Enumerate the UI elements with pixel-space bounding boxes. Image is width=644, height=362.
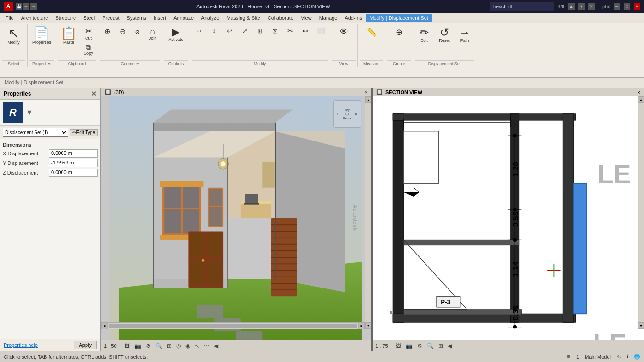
properties-close-btn[interactable]: ✕ — [91, 90, 97, 97]
svg-marker-48 — [154, 123, 276, 131]
status-icon-settings[interactable]: ⚙ — [566, 354, 571, 360]
section-toolbar-icon-2[interactable]: 📷 — [405, 342, 414, 350]
hscroll-right[interactable]: ► — [358, 323, 365, 329]
hscroll-thumb[interactable] — [109, 324, 357, 328]
status-icon-info: ℹ — [627, 354, 628, 360]
section-toolbar-icon-5[interactable]: ⊞ — [437, 342, 444, 350]
svg-rect-59 — [404, 310, 522, 315]
join-btn[interactable]: ∩ Join — [145, 26, 160, 42]
view-section-vscrollbar[interactable]: ▲ ▼ — [638, 96, 644, 329]
view-3d-hscrollbar[interactable]: ◄ ► — [101, 322, 365, 329]
menu-architecture[interactable]: Architecture — [17, 14, 52, 22]
window-close[interactable]: ✕ — [634, 3, 640, 10]
mod-btn-8[interactable]: ⊷ — [298, 26, 313, 36]
mod-btn-7[interactable]: ✂ — [283, 26, 298, 36]
toolbar-icon-10[interactable]: ◀ — [213, 342, 219, 350]
ribbon-group-geometry: ⊕ ⊖ ⌀ ∩ Join Geometry — [98, 24, 162, 67]
menu-annotate[interactable]: Annotate — [170, 14, 197, 22]
svg-rect-60 — [404, 240, 519, 245]
vscroll-down[interactable]: ▼ — [365, 322, 372, 329]
status-model-label: Main Model — [585, 354, 611, 360]
window-maximize[interactable]: □ — [624, 3, 630, 10]
displacement-set-select[interactable]: Displacement Set (1) — [3, 128, 68, 137]
menu-file[interactable]: File — [2, 14, 17, 22]
window-minimize[interactable]: ─ — [614, 3, 620, 10]
svg-text:P-3: P-3 — [441, 299, 450, 305]
search-nav-prev[interactable]: ▲ — [568, 3, 575, 10]
view-3d-close[interactable]: × — [365, 90, 368, 95]
geom-btn-1[interactable]: ⊕ — [100, 26, 115, 37]
section-toolbar-icon-4[interactable]: 🔍 — [426, 342, 435, 350]
edit-type-btn[interactable]: ✏Edit Type — [70, 129, 98, 136]
section-toolbar-icon-6[interactable]: ◀ — [447, 342, 453, 350]
section-vscroll-down[interactable]: ▼ — [638, 322, 644, 329]
measure-btn[interactable]: 📏 — [364, 26, 379, 39]
svg-text:0.31: 0.31 — [512, 305, 520, 320]
mod-btn-4[interactable]: ⤢ — [237, 26, 252, 36]
toolbar-icon-5[interactable]: ⊞ — [166, 342, 172, 350]
toolbar-icon-7[interactable]: ◉ — [184, 342, 191, 350]
cut-btn[interactable]: ✂ Cut — [81, 26, 96, 42]
hscroll-left[interactable]: ◄ — [101, 323, 108, 329]
activate-btn[interactable]: ▶ Activate — [166, 26, 186, 43]
reset-displacement-btn[interactable]: ↺ Reset — [435, 26, 454, 44]
mod-btn-3[interactable]: ↩ — [222, 26, 237, 36]
view-btn[interactable]: 👁 — [337, 26, 351, 38]
menu-massing[interactable]: Massing & Site — [223, 14, 264, 22]
menu-systems[interactable]: Systems — [123, 14, 150, 22]
search-nav-next[interactable]: ▼ — [578, 3, 585, 10]
toolbar-icon-6[interactable]: ◎ — [175, 342, 182, 350]
menu-collaborate[interactable]: Collaborate — [264, 14, 297, 22]
menu-addins[interactable]: Add-Ins — [341, 14, 366, 22]
search-close[interactable]: ✕ — [588, 3, 595, 10]
view-3d-content[interactable]: Top L⬡R Front Autodesk ▲ ▼ ◄ — [101, 96, 371, 340]
menu-analyze[interactable]: Analyze — [197, 14, 223, 22]
properties-help-link[interactable]: Properties help — [4, 342, 38, 348]
mod-btn-1[interactable]: ↔ — [192, 26, 207, 36]
mod-btn-2[interactable]: ↕ — [207, 26, 222, 36]
menu-structure[interactable]: Structure — [52, 14, 80, 22]
menu-precast[interactable]: Precast — [98, 14, 123, 22]
properties-icon: 📄 — [34, 27, 50, 40]
quick-access-btn[interactable]: 💾 — [16, 3, 22, 10]
toolbar-icon-3[interactable]: ⚙ — [145, 342, 152, 350]
modify-btn[interactable]: ↖ Modify — [5, 26, 23, 46]
view-section-content[interactable]: 0.58 1.20 1.14 0.31 — [373, 96, 644, 340]
toolbar-icon-1[interactable]: 🖼 — [123, 342, 131, 350]
copy-btn[interactable]: ⧉ Copy — [81, 43, 96, 57]
menu-insert[interactable]: Insert — [150, 14, 170, 22]
mod-btn-9[interactable]: ⬜ — [313, 26, 328, 36]
paste-btn[interactable]: 📋 Paste — [58, 26, 80, 46]
edit-displacement-btn[interactable]: ✏ Edit — [415, 26, 433, 44]
toolbar-icon-4[interactable]: 🔍 — [155, 342, 163, 350]
toolbar-icon-2[interactable]: 📷 — [133, 342, 142, 350]
mod-btn-5[interactable]: ⊞ — [253, 26, 267, 36]
menu-steel[interactable]: Steel — [80, 14, 98, 22]
geom-btn-3[interactable]: ⌀ — [130, 26, 145, 37]
path-displacement-btn[interactable]: → Path — [455, 26, 474, 44]
menu-manage[interactable]: Manage — [316, 14, 341, 22]
view-3d-vscrollbar[interactable]: ▲ ▼ — [365, 96, 371, 329]
mod-btn-6[interactable]: ⧖ — [268, 26, 282, 36]
revit-logo-dropdown[interactable]: ▼ — [26, 108, 33, 117]
search-input[interactable] — [490, 2, 554, 11]
view-section: 🔲 SECTION VIEW × — [373, 88, 644, 351]
vscroll-up[interactable]: ▲ — [365, 96, 372, 103]
properties-btn[interactable]: 📄 Properties — [29, 26, 54, 46]
apply-btn[interactable]: Apply — [74, 341, 97, 349]
section-vscroll-up[interactable]: ▲ — [638, 96, 644, 103]
menu-view[interactable]: View — [297, 14, 316, 22]
svg-rect-46 — [262, 162, 275, 188]
undo-btn[interactable]: ↩ — [23, 3, 29, 10]
section-toolbar-icon-1[interactable]: 🖼 — [395, 342, 402, 350]
redo-btn[interactable]: ↪ — [30, 3, 37, 10]
toolbar-icon-9[interactable]: ⋯ — [203, 342, 210, 350]
nav-cube[interactable]: Top L⬡R Front — [334, 100, 361, 128]
create-btn[interactable]: ⊕ — [392, 26, 407, 39]
geom-btn-2[interactable]: ⊖ — [115, 26, 130, 37]
menu-modify[interactable]: Modify | Displacement Set — [366, 14, 432, 22]
section-toolbar-icon-3[interactable]: ⚙ — [416, 342, 423, 350]
x-displacement-value: 0.0000 m — [49, 149, 98, 158]
view-section-close[interactable]: × — [638, 90, 640, 95]
toolbar-icon-8[interactable]: ⇱ — [194, 342, 200, 350]
